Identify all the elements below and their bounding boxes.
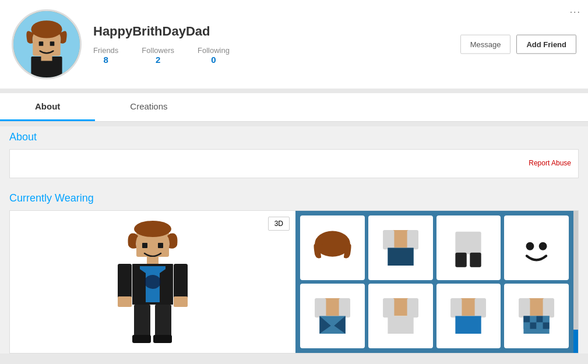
- tab-creations[interactable]: Creations: [95, 93, 202, 121]
- svg-rect-46: [456, 316, 481, 333]
- profile-card: HappyBrithDayDad Friends 8 Followers 2 F…: [0, 0, 588, 89]
- svg-rect-5: [50, 41, 55, 46]
- message-button[interactable]: Message: [460, 35, 511, 54]
- svg-rect-22: [153, 335, 172, 343]
- wearing-grid-panel: [295, 211, 573, 353]
- svg-rect-42: [388, 316, 413, 333]
- friends-label: Friends: [93, 46, 118, 55]
- svg-rect-30: [456, 253, 467, 267]
- stat-following[interactable]: Following 0: [198, 46, 230, 65]
- svg-rect-49: [543, 298, 554, 317]
- followers-label: Followers: [142, 46, 174, 55]
- dots-menu-button[interactable]: ···: [570, 7, 581, 17]
- svg-point-34: [539, 242, 547, 250]
- svg-rect-37: [339, 298, 350, 317]
- tab-about[interactable]: About: [0, 93, 95, 121]
- svg-rect-15: [118, 264, 132, 299]
- svg-rect-10: [158, 243, 163, 248]
- character-preview: 3D: [10, 211, 295, 353]
- svg-rect-20: [155, 305, 171, 340]
- svg-rect-55: [523, 322, 530, 328]
- svg-rect-51: [523, 316, 530, 322]
- svg-rect-44: [450, 298, 462, 317]
- following-value: 0: [211, 55, 216, 65]
- svg-rect-16: [118, 296, 132, 307]
- svg-rect-4: [39, 41, 44, 46]
- tabs-bar: About Creations: [0, 93, 588, 122]
- about-section: About Report Abuse: [0, 126, 588, 188]
- svg-rect-6: [41, 55, 52, 61]
- svg-rect-25: [383, 230, 394, 249]
- profile-actions: Message Add Friend: [460, 35, 576, 54]
- svg-rect-21: [132, 335, 151, 343]
- svg-rect-52: [530, 316, 537, 322]
- scrollbar-thumb[interactable]: [573, 330, 578, 353]
- item-accessory-3[interactable]: [436, 284, 501, 348]
- add-friend-button[interactable]: Add Friend: [516, 35, 576, 54]
- svg-rect-11: [147, 257, 159, 264]
- item-pants[interactable]: [436, 215, 501, 280]
- wearing-content: 3D: [9, 210, 579, 354]
- svg-rect-29: [456, 232, 481, 255]
- svg-rect-36: [315, 298, 326, 317]
- about-box: Report Abuse: [9, 149, 579, 178]
- svg-rect-26: [407, 230, 418, 249]
- svg-point-8: [134, 221, 171, 237]
- friends-value: 8: [104, 55, 108, 65]
- svg-rect-57: [537, 322, 543, 328]
- svg-rect-28: [388, 248, 413, 265]
- wearing-section: Currently Wearing: [0, 188, 588, 354]
- item-face[interactable]: [504, 215, 569, 280]
- followers-value: 2: [156, 55, 160, 65]
- item-torso[interactable]: [368, 215, 433, 280]
- svg-rect-58: [543, 322, 550, 328]
- svg-rect-17: [174, 264, 188, 299]
- svg-point-33: [526, 242, 534, 250]
- svg-point-14: [145, 275, 161, 289]
- scrollbar[interactable]: [573, 211, 578, 353]
- svg-rect-45: [475, 298, 486, 317]
- stat-followers[interactable]: Followers 2: [142, 46, 174, 65]
- svg-rect-18: [174, 296, 188, 307]
- btn-3d[interactable]: 3D: [268, 217, 290, 231]
- item-hair[interactable]: [300, 215, 365, 280]
- svg-rect-48: [519, 298, 530, 317]
- report-abuse-link[interactable]: Report Abuse: [17, 159, 571, 167]
- stat-friends[interactable]: Friends 8: [93, 46, 118, 65]
- about-title: About: [9, 131, 579, 143]
- items-grid: [300, 215, 569, 348]
- item-accessory-1[interactable]: [300, 284, 365, 348]
- svg-rect-54: [543, 316, 550, 322]
- item-accessory-2[interactable]: [368, 284, 433, 348]
- wearing-title: Currently Wearing: [9, 192, 579, 204]
- svg-rect-31: [470, 253, 481, 267]
- avatar: [12, 9, 82, 79]
- svg-rect-53: [537, 316, 543, 322]
- svg-rect-56: [530, 322, 537, 328]
- svg-rect-9: [142, 243, 147, 248]
- item-accessory-4[interactable]: [504, 284, 569, 348]
- svg-rect-40: [383, 298, 394, 317]
- svg-rect-19: [134, 305, 150, 340]
- svg-rect-41: [407, 298, 418, 317]
- following-label: Following: [198, 46, 230, 55]
